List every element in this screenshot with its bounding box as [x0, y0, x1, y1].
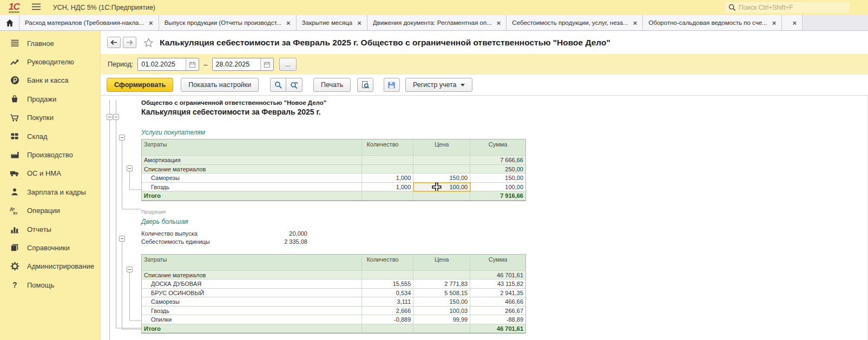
table-cell[interactable]: Саморезы	[142, 174, 362, 183]
sidebar-item-зарплата-и-кадры[interactable]: Зарплата и кадры	[0, 183, 100, 201]
table-cell[interactable]: -88,89	[470, 315, 525, 324]
tab-close-icon[interactable]: ×	[772, 19, 777, 26]
table-cell[interactable]: 2 941,35	[470, 289, 525, 298]
sidebar-item-администрирование[interactable]: Администрирование	[0, 257, 100, 276]
selected-cell[interactable]: 100,00	[413, 183, 470, 192]
collapse-group-button[interactable]	[119, 135, 125, 141]
sidebar-item-помощь[interactable]: ?Помощь	[0, 276, 100, 294]
table-cell[interactable]	[362, 156, 413, 165]
table-cell[interactable]: 2,666	[362, 306, 413, 316]
table-cell[interactable]: Гвоздь	[142, 306, 362, 316]
table-cell[interactable]: 7 666,66	[470, 156, 525, 165]
sidebar-item-справочники[interactable]: Справочники	[0, 238, 100, 257]
table-cell[interactable]: 15,555	[362, 279, 413, 289]
print-button[interactable]: Печать	[313, 78, 351, 92]
generate-button[interactable]: Сформировать	[107, 78, 173, 92]
table-cell[interactable]: 7 916,66	[470, 191, 525, 201]
calendar-icon[interactable]	[186, 58, 199, 70]
sidebar-item-отчеты[interactable]: Отчеты	[0, 220, 100, 238]
collapse-group-button[interactable]	[107, 114, 113, 120]
table-cell[interactable]: 100,03	[413, 306, 470, 316]
collapse-group-button[interactable]	[119, 236, 125, 242]
sidebar-item-руководителю[interactable]: Руководителю	[0, 52, 100, 71]
table-cell[interactable]: Итого	[142, 191, 362, 201]
table-cell[interactable]	[362, 165, 413, 174]
table-cell[interactable]: 0,534	[362, 289, 413, 298]
period-from-input[interactable]	[138, 58, 186, 70]
save-button[interactable]	[384, 78, 400, 92]
table-cell[interactable]: ДОСКА ДУБОВАЯ	[142, 279, 362, 289]
tab-close-icon[interactable]: ×	[286, 19, 291, 26]
table-cell[interactable]: 266,67	[470, 306, 525, 316]
sidebar-item-операции[interactable]: ДтКтОперации	[0, 202, 100, 220]
table-cell[interactable]: 3,111	[362, 297, 413, 306]
collapse-group-button[interactable]	[127, 266, 133, 272]
table-cell[interactable]	[413, 191, 470, 201]
table-cell[interactable]: 46 701,61	[470, 271, 525, 280]
table-cell[interactable]: 250,00	[470, 165, 525, 174]
table-cell[interactable]	[362, 271, 413, 280]
show-settings-button[interactable]: Показать настройки	[181, 78, 259, 92]
back-button[interactable]	[107, 37, 121, 48]
table-cell[interactable]: Списание материалов	[142, 165, 362, 174]
sidebar-item-ос-и-нма[interactable]: ОС и НМА	[0, 164, 100, 183]
table-cell[interactable]	[362, 324, 413, 334]
collapse-group-button[interactable]	[127, 165, 133, 171]
table-cell[interactable]	[413, 156, 470, 165]
sidebar-item-склад[interactable]: Склад	[0, 127, 100, 145]
main-menu-icon[interactable]	[31, 3, 41, 12]
print-preview-button[interactable]	[357, 78, 373, 92]
table-cell[interactable]: 1,000	[362, 174, 413, 183]
find-button[interactable]	[270, 78, 286, 92]
table-cell[interactable]: -0,889	[362, 315, 413, 324]
tab-2[interactable]: Выпуск продукции (Отчеты производст...×	[159, 15, 297, 30]
tab-close-icon[interactable]: ×	[792, 19, 797, 26]
global-search[interactable]	[725, 2, 850, 13]
sidebar-item-главное[interactable]: Главное	[0, 34, 100, 52]
table-cell[interactable]: Опилки	[142, 315, 362, 324]
find-next-button[interactable]	[286, 78, 303, 92]
collapse-group-button[interactable]	[113, 114, 119, 120]
tab-close-icon[interactable]: ×	[149, 19, 153, 26]
table-cell[interactable]: Списание материалов	[142, 271, 362, 280]
search-input[interactable]	[739, 4, 844, 11]
table-cell[interactable]: 150,00	[413, 174, 470, 183]
sidebar-item-банк-и-касса[interactable]: Банк и касса	[0, 71, 100, 90]
table-cell[interactable]	[413, 271, 470, 280]
table-cell[interactable]: 46 701,61	[470, 324, 525, 334]
table-cell[interactable]	[413, 165, 470, 174]
tab-6[interactable]: Оборотно-сальдовая ведомость по сче...×	[643, 15, 782, 30]
table-cell[interactable]: 466,66	[470, 297, 525, 306]
table-cell[interactable]: Амортизация	[142, 156, 362, 165]
tab-close-icon[interactable]: ×	[633, 19, 637, 26]
tab-4[interactable]: Движения документа: Регламентная оп...×	[367, 15, 507, 30]
table-cell[interactable]	[413, 324, 470, 334]
period-to-input[interactable]	[213, 58, 260, 70]
table-cell[interactable]: 43 115,82	[470, 279, 525, 289]
table-cell[interactable]: 150,00	[470, 174, 525, 183]
table-cell[interactable]: БРУС ОСИНОВЫЙ	[142, 289, 362, 298]
forward-button[interactable]	[123, 37, 136, 48]
tab-1[interactable]: Расход материалов (Требования-накла...×	[19, 15, 159, 30]
table-cell[interactable]: 5 508,15	[413, 289, 470, 298]
register-dropdown-button[interactable]: Регистр учета	[405, 78, 472, 92]
table-cell[interactable]: 99,99	[413, 315, 470, 324]
calendar-icon[interactable]	[260, 58, 273, 70]
table-cell[interactable]: 100,00	[470, 183, 525, 192]
sidebar-item-производство[interactable]: Производство	[0, 145, 100, 164]
table-cell[interactable]: 2 771,83	[413, 279, 470, 289]
table-cell[interactable]: Итого	[142, 324, 362, 334]
table-cell[interactable]: 1,000	[362, 183, 413, 192]
period-more-button[interactable]: ...	[279, 58, 297, 71]
tab-3[interactable]: Закрытие месяца×	[297, 15, 367, 30]
favorite-star-icon[interactable]	[143, 38, 154, 48]
table-cell[interactable]: Гвоздь	[142, 183, 362, 192]
table-cell[interactable]: Саморезы	[142, 297, 362, 306]
sidebar-item-продажи[interactable]: Продажи	[0, 90, 100, 108]
sidebar-item-покупки[interactable]: Покупки	[0, 109, 100, 127]
tab-close-icon[interactable]: ×	[497, 19, 501, 26]
table-cell[interactable]	[362, 191, 413, 201]
tab-5[interactable]: Себестоимость продукции, услуг, неза...×	[507, 15, 643, 30]
tab-home[interactable]	[0, 15, 19, 30]
tab-close-icon[interactable]: ×	[357, 19, 361, 26]
